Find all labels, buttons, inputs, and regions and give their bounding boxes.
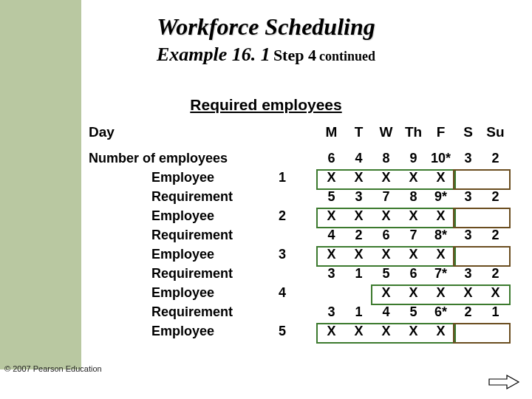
- value-cell: 2: [482, 266, 509, 282]
- row-label: Requirement: [151, 266, 233, 282]
- table-row: Number of employees648910*32: [89, 151, 517, 170]
- value-cell: 5: [400, 304, 427, 320]
- value-cell: X: [400, 208, 427, 224]
- row-label: Requirement: [151, 304, 233, 320]
- value-cell: X: [345, 324, 372, 339]
- value-cell: 1: [482, 304, 509, 320]
- table-row: Requirement31567*32: [89, 266, 517, 285]
- row-label: Requirement: [151, 189, 233, 205]
- value-cell: [482, 247, 509, 262]
- slide-subtitle: Example 16. 1 Step 4 continued: [0, 44, 532, 66]
- value-cell: X: [400, 324, 427, 339]
- day-column-label: Day: [89, 124, 115, 140]
- table-row: Employee4XXXXX: [89, 285, 517, 304]
- value-cell: 7: [400, 228, 427, 243]
- value-cell: X: [372, 170, 400, 185]
- table-row: Requirement42678*32: [89, 228, 517, 247]
- copyright: © 2007 Pearson Education: [4, 364, 102, 373]
- step-label: Step 4: [273, 46, 316, 64]
- value-cell: X: [372, 247, 400, 262]
- row-cells: XXXXX: [318, 324, 509, 339]
- value-cell: X: [482, 285, 509, 301]
- day-header-cell: Su: [482, 124, 509, 140]
- row-cells: XXXXX: [318, 285, 509, 301]
- row-label: Employee: [151, 324, 214, 339]
- value-cell: 6*: [427, 304, 454, 320]
- value-cell: 4: [318, 228, 345, 243]
- schedule-table: Day MTWThFSSu Number of employees648910*…: [89, 124, 517, 140]
- value-cell: 7: [372, 189, 400, 205]
- row-label: Requirement: [151, 228, 233, 243]
- value-cell: 2: [454, 304, 482, 320]
- value-cell: 1: [345, 304, 372, 320]
- value-cell: X: [318, 170, 345, 185]
- value-cell: X: [318, 247, 345, 262]
- row-cells: 42678*32: [318, 228, 509, 243]
- row-label: Employee: [151, 247, 214, 262]
- value-cell: 2: [482, 189, 509, 205]
- table-row: Employee1XXXXX: [89, 170, 517, 189]
- value-cell: [482, 208, 509, 224]
- value-cell: 9: [400, 151, 427, 166]
- value-cell: X: [345, 208, 372, 224]
- value-cell: X: [427, 324, 454, 339]
- value-cell: 2: [482, 151, 509, 166]
- row-cells: XXXXX: [318, 170, 509, 185]
- value-cell: [345, 285, 372, 301]
- value-cell: X: [345, 170, 372, 185]
- value-cell: 3: [454, 266, 482, 282]
- value-cell: 8: [372, 151, 400, 166]
- value-cell: X: [372, 285, 400, 301]
- value-cell: 7*: [427, 266, 454, 282]
- value-cell: 8: [400, 189, 427, 205]
- value-cell: X: [400, 285, 427, 301]
- employee-number: 4: [279, 285, 286, 301]
- employee-number: 5: [279, 324, 286, 339]
- employee-number: 3: [279, 247, 286, 262]
- table-body: Number of employees648910*32Employee1XXX…: [89, 151, 517, 343]
- value-cell: 9*: [427, 189, 454, 205]
- day-header-cell: M: [318, 124, 345, 140]
- value-cell: X: [400, 247, 427, 262]
- row-label: Employee: [151, 208, 214, 224]
- slide-title: Workforce Scheduling: [0, 13, 532, 41]
- value-cell: 2: [482, 228, 509, 243]
- value-cell: 6: [400, 266, 427, 282]
- row-cells: 31567*32: [318, 266, 509, 282]
- row-cells: 53789*32: [318, 189, 509, 205]
- value-cell: X: [427, 208, 454, 224]
- row-cells: 648910*32: [318, 151, 509, 166]
- value-cell: X: [454, 285, 482, 301]
- table-row: Employee3XXXXX: [89, 247, 517, 266]
- value-cell: 5: [318, 189, 345, 205]
- value-cell: 6: [372, 228, 400, 243]
- value-cell: X: [318, 324, 345, 339]
- value-cell: [454, 247, 482, 262]
- day-header-cell: F: [427, 124, 454, 140]
- value-cell: [454, 324, 482, 339]
- table-row: Employee5XXXXX: [89, 324, 517, 343]
- row-cells: XXXXX: [318, 247, 509, 262]
- value-cell: 4: [345, 151, 372, 166]
- value-cell: [454, 170, 482, 185]
- employee-number: 2: [279, 208, 286, 224]
- value-cell: X: [372, 324, 400, 339]
- value-cell: 3: [454, 228, 482, 243]
- next-arrow-icon: [488, 374, 520, 390]
- value-cell: 3: [318, 266, 345, 282]
- table-row: Employee2XXXXX: [89, 208, 517, 228]
- row-label: Employee: [151, 170, 214, 185]
- value-cell: [318, 285, 345, 301]
- day-header-cell: T: [345, 124, 372, 140]
- value-cell: X: [400, 170, 427, 185]
- value-cell: 1: [345, 266, 372, 282]
- value-cell: 3: [345, 189, 372, 205]
- value-cell: 3: [454, 151, 482, 166]
- row-label: Employee: [151, 285, 214, 301]
- day-header-cell: S: [454, 124, 482, 140]
- value-cell: X: [427, 247, 454, 262]
- employee-number: 1: [279, 170, 286, 185]
- value-cell: 6: [318, 151, 345, 166]
- value-cell: 8*: [427, 228, 454, 243]
- value-cell: [482, 324, 509, 339]
